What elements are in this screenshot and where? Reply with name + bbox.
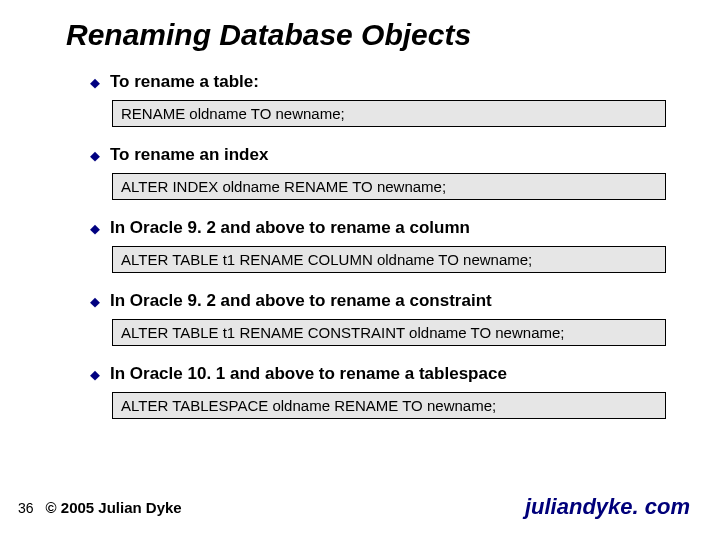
- code-block: ALTER TABLE t1 RENAME COLUMN oldname TO …: [112, 246, 666, 273]
- list-item: ◆ In Oracle 10. 1 and above to rename a …: [90, 364, 676, 419]
- bullet-row: ◆ To rename a table:: [90, 72, 676, 92]
- code-block: ALTER TABLE t1 RENAME CONSTRAINT oldname…: [112, 319, 666, 346]
- item-desc: To rename a table:: [110, 72, 259, 92]
- code-block: ALTER INDEX oldname RENAME TO newname;: [112, 173, 666, 200]
- footer: 36 © 2005 Julian Dyke juliandyke. com: [0, 494, 720, 520]
- bullet-row: ◆ In Oracle 9. 2 and above to rename a c…: [90, 218, 676, 238]
- diamond-bullet-icon: ◆: [90, 76, 100, 89]
- list-item: ◆ To rename an index ALTER INDEX oldname…: [90, 145, 676, 200]
- diamond-bullet-icon: ◆: [90, 222, 100, 235]
- item-desc: To rename an index: [110, 145, 268, 165]
- item-desc: In Oracle 9. 2 and above to rename a con…: [110, 291, 492, 311]
- site-url: juliandyke. com: [525, 494, 690, 520]
- code-block: ALTER TABLESPACE oldname RENAME TO newna…: [112, 392, 666, 419]
- item-desc: In Oracle 10. 1 and above to rename a ta…: [110, 364, 507, 384]
- diamond-bullet-icon: ◆: [90, 149, 100, 162]
- diamond-bullet-icon: ◆: [90, 368, 100, 381]
- list-item: ◆ To rename a table: RENAME oldname TO n…: [90, 72, 676, 127]
- page-number: 36: [18, 500, 34, 516]
- slide: Renaming Database Objects ◆ To rename a …: [0, 0, 720, 419]
- footer-left: 36 © 2005 Julian Dyke: [18, 499, 182, 516]
- diamond-bullet-icon: ◆: [90, 295, 100, 308]
- list-item: ◆ In Oracle 9. 2 and above to rename a c…: [90, 291, 676, 346]
- copyright-text: © 2005 Julian Dyke: [46, 499, 182, 516]
- slide-title: Renaming Database Objects: [66, 18, 676, 52]
- bullet-row: ◆ In Oracle 10. 1 and above to rename a …: [90, 364, 676, 384]
- code-block: RENAME oldname TO newname;: [112, 100, 666, 127]
- bullet-row: ◆ In Oracle 9. 2 and above to rename a c…: [90, 291, 676, 311]
- list-item: ◆ In Oracle 9. 2 and above to rename a c…: [90, 218, 676, 273]
- item-desc: In Oracle 9. 2 and above to rename a col…: [110, 218, 470, 238]
- bullet-row: ◆ To rename an index: [90, 145, 676, 165]
